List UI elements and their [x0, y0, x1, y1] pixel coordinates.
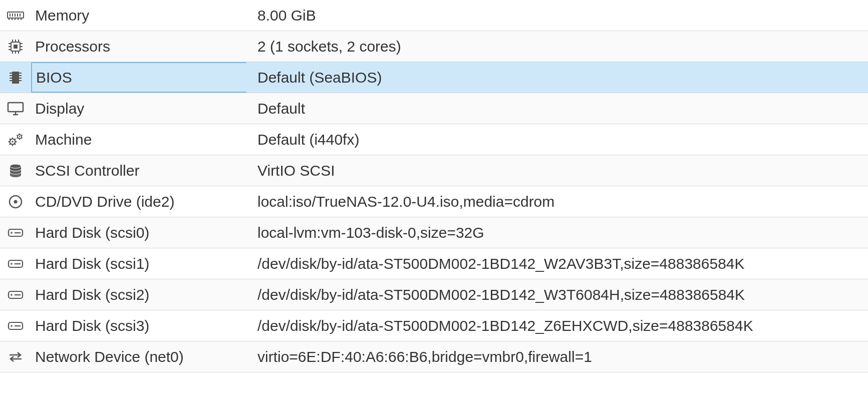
svg-rect-12	[14, 45, 18, 49]
disc-icon	[0, 194, 31, 209]
network-icon	[0, 351, 31, 363]
hardware-item-label: Hard Disk (scsi0)	[31, 217, 246, 248]
hardware-item-value: Default (SeaBIOS)	[246, 69, 868, 86]
svg-line-53	[17, 138, 18, 138]
table-row[interactable]: CD/DVD Drive (ide2)local:iso/TrueNAS-12.…	[0, 186, 868, 217]
table-row[interactable]: Hard Disk (scsi3)/dev/disk/by-id/ata-ST5…	[0, 310, 868, 341]
hardware-item-label: Display	[31, 93, 246, 124]
svg-line-46	[10, 138, 11, 139]
table-row[interactable]: Processors2 (1 sockets, 2 cores)	[0, 31, 868, 62]
hardware-item-value: /dev/disk/by-id/ata-ST500DM002-1BD142_W2…	[246, 255, 868, 272]
hardware-item-value: Default	[246, 100, 868, 117]
table-row[interactable]: Hard Disk (scsi1)/dev/disk/by-id/ata-ST5…	[0, 248, 868, 279]
hdd-icon	[0, 320, 31, 332]
hardware-item-label: Hard Disk (scsi2)	[31, 279, 246, 310]
table-row[interactable]: SCSI ControllerVirtIO SCSI	[0, 155, 868, 186]
database-icon	[0, 163, 31, 178]
hardware-item-label: Network Device (net0)	[31, 341, 246, 372]
svg-point-60	[11, 232, 13, 234]
svg-rect-25	[12, 72, 19, 84]
svg-line-50	[21, 135, 22, 135]
svg-point-48	[19, 136, 21, 137]
svg-line-54	[17, 135, 18, 135]
hardware-item-value: local-lvm:vm-103-disk-0,size=32G	[246, 224, 868, 241]
hardware-item-value: 8.00 GiB	[246, 7, 868, 24]
cpu-icon	[0, 39, 31, 55]
svg-point-38	[12, 141, 14, 143]
memory-icon	[0, 11, 31, 21]
hdd-icon	[0, 289, 31, 301]
hardware-item-label: Processors	[31, 31, 246, 62]
hardware-item-value: /dev/disk/by-id/ata-ST500DM002-1BD142_Z6…	[246, 317, 868, 334]
hardware-item-label: Memory	[31, 0, 246, 31]
bios-chip-icon	[0, 70, 31, 86]
gears-icon	[0, 132, 31, 147]
hardware-item-label: Hard Disk (scsi1)	[31, 248, 246, 279]
hardware-item-label: BIOS	[31, 62, 246, 93]
display-icon	[0, 102, 31, 116]
svg-point-58	[14, 200, 18, 203]
svg-point-66	[11, 294, 13, 296]
hardware-item-value: Default (i440fx)	[246, 131, 868, 148]
hardware-item-label: Machine	[31, 124, 246, 155]
table-row[interactable]: Network Device (net0)virtio=6E:DF:40:A6:…	[0, 341, 868, 372]
table-row[interactable]: Memory8.00 GiB	[0, 0, 868, 31]
table-row[interactable]: DisplayDefault	[0, 93, 868, 124]
table-row[interactable]: MachineDefault (i440fx)	[0, 124, 868, 155]
svg-point-63	[11, 263, 13, 265]
hardware-item-value: virtio=6E:DF:40:A6:66:B6,bridge=vmbr0,fi…	[246, 348, 868, 365]
svg-line-42	[15, 143, 16, 144]
svg-rect-34	[8, 103, 23, 112]
hardware-item-value: 2 (1 sockets, 2 cores)	[246, 38, 868, 55]
hdd-icon	[0, 258, 31, 270]
hdd-icon	[0, 227, 31, 239]
hardware-item-value: local:iso/TrueNAS-12.0-U4.iso,media=cdro…	[246, 193, 868, 210]
hardware-item-value: VirtIO SCSI	[246, 162, 868, 179]
svg-line-51	[21, 138, 22, 138]
hardware-item-value: /dev/disk/by-id/ata-ST500DM002-1BD142_W3…	[246, 286, 868, 303]
table-row[interactable]: BIOSDefault (SeaBIOS)	[0, 62, 868, 93]
svg-line-40	[15, 138, 16, 139]
hardware-item-label: SCSI Controller	[31, 155, 246, 186]
svg-line-44	[10, 143, 11, 144]
hardware-item-label: CD/DVD Drive (ide2)	[31, 186, 246, 217]
table-row[interactable]: Hard Disk (scsi2)/dev/disk/by-id/ata-ST5…	[0, 279, 868, 310]
hardware-item-label: Hard Disk (scsi3)	[31, 310, 246, 341]
hardware-table: Memory8.00 GiB	[0, 0, 868, 372]
table-row[interactable]: Hard Disk (scsi0)local-lvm:vm-103-disk-0…	[0, 217, 868, 248]
svg-point-69	[11, 325, 13, 327]
